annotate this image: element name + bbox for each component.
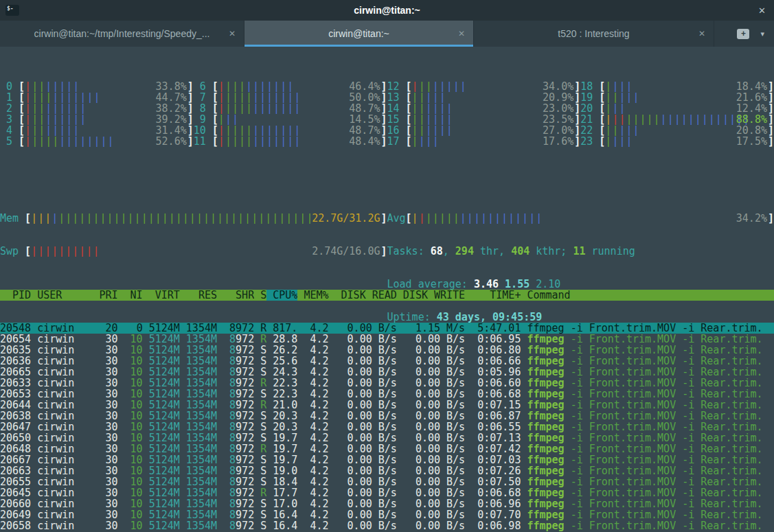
cpu-meter-bar: ||||17.5% — [605, 136, 768, 147]
column-header-cpu[interactable]: CPU% — [266, 290, 297, 301]
meter-tick: | — [183, 213, 190, 224]
cell-cpu: 26.2 — [266, 345, 297, 356]
tab-menu-caret-icon[interactable]: ▾ — [760, 30, 764, 38]
cell-virt: 5124M — [143, 367, 180, 378]
process-row[interactable]: 20636cirwin30105124M1354M8972S25.64.20.0… — [0, 356, 774, 367]
shr-rest: 972 — [236, 454, 254, 465]
cell-text: 1354M — [186, 356, 217, 367]
cell-user: cirwin — [31, 367, 93, 378]
shr-digit: 8 — [229, 421, 236, 432]
process-row[interactable]: 20667cirwin30105124M1354M8972S19.74.20.0… — [0, 454, 774, 465]
cell-dwrite: 0.00 B/s — [397, 367, 465, 378]
column-header-mem[interactable]: MEM% — [297, 290, 328, 301]
window-close-icon[interactable]: ✕ — [758, 5, 766, 16]
cell-command: ffmpeg -i Front.trim.MOV -i Rear.trim. — [521, 400, 774, 410]
meter-tick: | — [238, 213, 244, 224]
state-flag: S — [260, 498, 266, 509]
meter-tick: | — [45, 136, 52, 147]
column-header-pri[interactable]: PRI — [93, 290, 117, 301]
command-binary: ffmpeg — [527, 323, 564, 334]
process-row-selected[interactable]: 20548cirwin2005124M1354M8972R817.4.20.00… — [0, 323, 774, 334]
process-row[interactable]: 20655cirwin30105124M1354M8972S18.44.20.0… — [0, 476, 774, 487]
cell-shr: 8972 — [217, 443, 254, 454]
cell-text: 0.00 B/s — [416, 520, 465, 531]
process-row[interactable]: 20635cirwin30105124M1354M8972S26.24.20.0… — [0, 345, 774, 356]
cpu-meter-11: 11[||||||||||||48.4%] — [194, 136, 387, 147]
process-row[interactable]: 20638cirwin30105124M1354M8972S20.34.20.0… — [0, 410, 774, 421]
shr-rest: 972 — [236, 443, 254, 454]
cell-text: 0.00 B/s — [416, 498, 465, 509]
state-flag: R — [260, 334, 266, 345]
column-header-user[interactable]: USER — [31, 290, 93, 301]
command-args: -i Front.trim.MOV -i Rear.trim. — [565, 389, 763, 400]
cell-virt: 5124M — [143, 498, 180, 509]
cpu-meter-bar: ||||||23.0% — [412, 103, 575, 114]
cpu-meter-bar: ||||||||||||48.4% — [218, 136, 381, 147]
tab-close-icon[interactable]: ✕ — [698, 29, 705, 38]
column-header-s[interactable]: S — [254, 290, 266, 301]
tab-1[interactable]: cirwin@titan:~/tmp/Interesting/Speedy_..… — [0, 21, 244, 47]
cell-command: ffmpeg -i Front.trim.MOV -i Rear.trim. — [521, 443, 774, 454]
tab-close-icon[interactable]: ✕ — [229, 29, 236, 38]
process-row[interactable]: 20645cirwin30105124M1354M8972R17.74.20.0… — [0, 487, 774, 498]
tab-close-icon[interactable]: ✕ — [458, 29, 465, 38]
process-row[interactable]: 20647cirwin30105124M1354M8972S20.34.20.0… — [0, 421, 774, 432]
new-tab-icon[interactable]: + — [737, 29, 749, 39]
cell-text: 20655 — [0, 476, 31, 487]
cell-text: 10 — [130, 378, 143, 389]
process-row[interactable]: 20665cirwin30105124M1354M8972S24.34.20.0… — [0, 367, 774, 378]
meter-tick: | — [73, 103, 80, 114]
cell-res: 1354M — [180, 509, 217, 520]
process-row[interactable]: 20644cirwin30105124M1354M8972R21.04.20.0… — [0, 400, 774, 410]
process-row[interactable]: 20658cirwin30105124M1354M8972S16.44.20.0… — [0, 520, 774, 531]
cell-pri: 30 — [93, 367, 117, 378]
column-header-dwrite[interactable]: DISK WRITE — [397, 290, 465, 301]
column-header-ni[interactable]: NI — [118, 290, 143, 301]
column-header-cmd[interactable]: Command — [521, 290, 774, 301]
cell-dread: 0.00 B/s — [329, 421, 397, 432]
process-row[interactable]: 20648cirwin30105124M1354M8972R19.74.20.0… — [0, 443, 774, 454]
process-row[interactable]: 20654cirwin30105124M1354M8972R28.84.20.0… — [0, 334, 774, 345]
process-row[interactable]: 20653cirwin30105124M1354M8972S22.34.20.0… — [0, 389, 774, 400]
cell-text: 5124M — [149, 432, 180, 443]
cell-time: 0:06.87 — [465, 410, 521, 421]
command-binary: ffmpeg — [527, 410, 564, 421]
cell-text: 20660 — [0, 498, 31, 509]
meter-tick: | — [52, 103, 59, 114]
tab-3[interactable]: t520 : Interesting✕ — [474, 21, 714, 47]
column-header-res[interactable]: RES — [180, 290, 217, 301]
command-binary: ffmpeg — [527, 345, 564, 356]
cell-dwrite: 0.00 B/s — [397, 345, 465, 356]
column-header-shr[interactable]: SHR — [217, 290, 254, 301]
process-row[interactable]: 20633cirwin30105124M1354M8972R22.34.20.0… — [0, 378, 774, 389]
column-header-virt[interactable]: VIRT — [143, 290, 180, 301]
meter-tick: | — [529, 213, 536, 224]
status-text-segment: 3.46 — [474, 279, 505, 290]
meter-bracket: ] — [768, 125, 774, 136]
cell-text: 10 — [130, 367, 143, 378]
cpu-meter-bar: ||||||||||||48.7% — [218, 103, 381, 114]
tab-2-active[interactable]: cirwin@titan:~✕ — [244, 21, 474, 47]
column-header-time[interactable]: TIME+ — [465, 290, 521, 301]
meter-tick: | — [121, 213, 128, 224]
command-binary: ffmpeg — [527, 334, 564, 345]
meter-tick: | — [100, 213, 106, 224]
column-header-dread[interactable]: DISK READ — [329, 290, 397, 301]
process-row[interactable]: 20660cirwin30105124M1354M8972S17.04.20.0… — [0, 498, 774, 509]
column-header-pid[interactable]: PID — [0, 290, 31, 301]
process-row[interactable]: 20650cirwin30105124M1354M8972S19.74.20.0… — [0, 432, 774, 443]
cell-text: 0.00 B/s — [348, 454, 397, 465]
cell-dread: 0.00 B/s — [329, 465, 397, 476]
cell-text: 20663 — [0, 465, 31, 476]
meter-tick: | — [273, 92, 280, 103]
cell-dwrite: 0.00 B/s — [397, 432, 465, 443]
meter-tick: | — [426, 92, 433, 103]
process-row[interactable]: 20663cirwin30105124M1354M8972S19.04.20.0… — [0, 465, 774, 476]
meter-bracket: ] — [768, 114, 774, 125]
cpu-meter-bar: |||14.5% — [218, 114, 381, 125]
cell-dwrite: 0.00 B/s — [397, 520, 465, 531]
cell-virt: 5124M — [143, 389, 180, 400]
process-row[interactable]: 20649cirwin30105124M1354M8972S16.44.20.0… — [0, 509, 774, 520]
meter-bracket: ] — [574, 136, 580, 147]
cell-text: cirwin — [37, 432, 74, 443]
